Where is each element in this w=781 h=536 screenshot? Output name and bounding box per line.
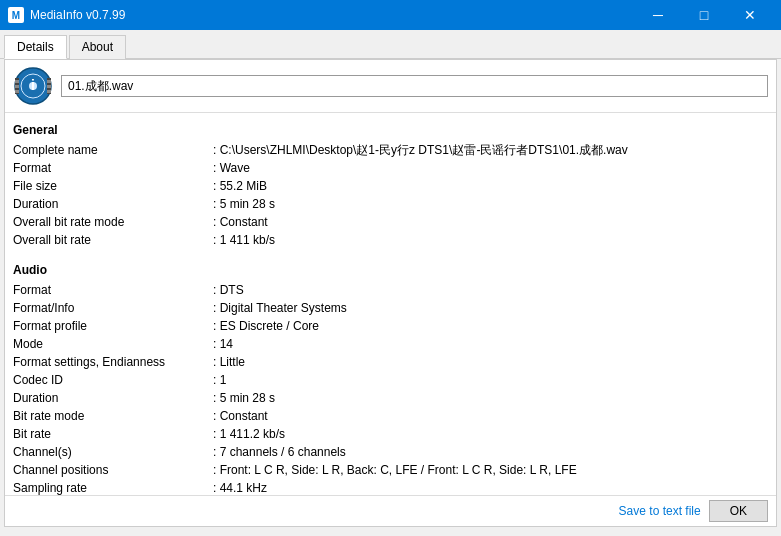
- close-button[interactable]: ✕: [727, 0, 773, 30]
- info-label: Overall bit rate mode: [13, 213, 213, 231]
- info-row: Format/InfoDigital Theater Systems: [13, 299, 768, 317]
- info-area: GeneralComplete nameC:\Users\ZHLMI\Deskt…: [5, 113, 776, 495]
- tab-bar: Details About: [0, 30, 781, 59]
- info-label: Format: [13, 281, 213, 299]
- file-path-input[interactable]: [61, 75, 768, 97]
- title-bar: M MediaInfo v0.7.99 ─ □ ✕: [0, 0, 781, 30]
- info-value: 1 411.2 kb/s: [213, 425, 285, 443]
- info-label: Format/Info: [13, 299, 213, 317]
- info-row: Duration5 min 28 s: [13, 195, 768, 213]
- info-value: 5 min 28 s: [213, 389, 275, 407]
- info-label: Bit rate mode: [13, 407, 213, 425]
- info-value: 55.2 MiB: [213, 177, 267, 195]
- info-row: File size55.2 MiB: [13, 177, 768, 195]
- info-value: 14: [213, 335, 233, 353]
- info-label: Mode: [13, 335, 213, 353]
- svg-text:i: i: [31, 77, 35, 93]
- info-value: 44.1 kHz: [213, 479, 267, 495]
- info-label: Sampling rate: [13, 479, 213, 495]
- info-value: C:\Users\ZHLMI\Desktop\赵1-民y行z DTS1\赵雷-民…: [213, 141, 628, 159]
- footer: Save to text file OK: [5, 495, 776, 526]
- minimize-button[interactable]: ─: [635, 0, 681, 30]
- svg-rect-10: [47, 85, 51, 88]
- section-title-general: General: [13, 121, 768, 139]
- save-to-text-link[interactable]: Save to text file: [619, 504, 701, 518]
- svg-rect-9: [47, 80, 51, 83]
- info-row: Bit rate1 411.2 kb/s: [13, 425, 768, 443]
- info-value: Little: [213, 353, 245, 371]
- info-row: Format settings, EndiannessLittle: [13, 353, 768, 371]
- section-title-audio: Audio: [13, 261, 768, 279]
- info-row: Codec ID1: [13, 371, 768, 389]
- app-icon: M: [8, 7, 24, 23]
- info-label: File size: [13, 177, 213, 195]
- section-spacer: [13, 249, 768, 257]
- info-label: Format: [13, 159, 213, 177]
- info-value: Wave: [213, 159, 250, 177]
- info-label: Codec ID: [13, 371, 213, 389]
- file-input-row: i: [5, 60, 776, 113]
- svg-rect-11: [47, 90, 51, 93]
- media-icon: i: [13, 66, 53, 106]
- info-label: Bit rate: [13, 425, 213, 443]
- info-value: DTS: [213, 281, 244, 299]
- info-row: Channel(s)7 channels / 6 channels: [13, 443, 768, 461]
- info-value: Constant: [213, 213, 268, 231]
- ok-button[interactable]: OK: [709, 500, 768, 522]
- info-row: FormatWave: [13, 159, 768, 177]
- info-value: ES Discrete / Core: [213, 317, 319, 335]
- info-label: Duration: [13, 389, 213, 407]
- info-value: 5 min 28 s: [213, 195, 275, 213]
- info-value: 1: [213, 371, 226, 389]
- info-label: Channel(s): [13, 443, 213, 461]
- info-value: 1 411 kb/s: [213, 231, 275, 249]
- maximize-button[interactable]: □: [681, 0, 727, 30]
- info-value: Digital Theater Systems: [213, 299, 347, 317]
- svg-rect-5: [15, 80, 19, 83]
- info-label: Channel positions: [13, 461, 213, 479]
- info-row: Overall bit rate modeConstant: [13, 213, 768, 231]
- info-row: Format profileES Discrete / Core: [13, 317, 768, 335]
- info-row: Mode14: [13, 335, 768, 353]
- info-row: Bit rate modeConstant: [13, 407, 768, 425]
- svg-rect-7: [15, 90, 19, 93]
- info-value: Front: L C R, Side: L R, Back: C, LFE / …: [213, 461, 577, 479]
- info-row: FormatDTS: [13, 281, 768, 299]
- svg-rect-6: [15, 85, 19, 88]
- info-row: Channel positionsFront: L C R, Side: L R…: [13, 461, 768, 479]
- info-label: Format settings, Endianness: [13, 353, 213, 371]
- info-row: Overall bit rate1 411 kb/s: [13, 231, 768, 249]
- info-label: Complete name: [13, 141, 213, 159]
- info-label: Overall bit rate: [13, 231, 213, 249]
- info-row: Duration5 min 28 s: [13, 389, 768, 407]
- info-row: Sampling rate44.1 kHz: [13, 479, 768, 495]
- tab-details[interactable]: Details: [4, 35, 67, 59]
- tab-about[interactable]: About: [69, 35, 126, 59]
- info-row: Complete nameC:\Users\ZHLMI\Desktop\赵1-民…: [13, 141, 768, 159]
- info-value: 7 channels / 6 channels: [213, 443, 346, 461]
- info-value: Constant: [213, 407, 268, 425]
- app-title: MediaInfo v0.7.99: [30, 8, 125, 22]
- main-content: i GeneralComplete nameC:\Users\ZHLMI\Des…: [4, 59, 777, 527]
- info-label: Duration: [13, 195, 213, 213]
- info-label: Format profile: [13, 317, 213, 335]
